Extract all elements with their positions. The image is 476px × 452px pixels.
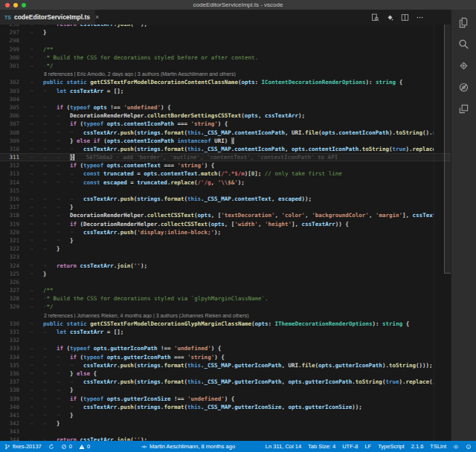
- codelens-row[interactable]: 2 references | Johannes Rieken, 4 months…: [0, 311, 451, 320]
- code-line[interactable]: 305→→if (typeof opts !== 'undefined') {: [0, 103, 451, 112]
- status-encoding[interactable]: UTF-8: [342, 443, 358, 450]
- code-line[interactable]: 315: [0, 187, 451, 195]
- code-token: * Build the CSS for decorations styled v…: [47, 295, 268, 302]
- code-line[interactable]: 318→→→DecorationRenderHelper.collectCSST…: [0, 211, 451, 219]
- code-token: (: [77, 396, 83, 402]
- whitespace-tab-arrow: →: [43, 421, 57, 427]
- code-line[interactable]: 307→→→if (typeof opts.contentIconPath ==…: [0, 120, 451, 128]
- whitespace-tab-arrow: →: [57, 138, 70, 143]
- code-line[interactable]: 335→→→→cssTextArr.push(strings.format(th…: [0, 361, 451, 369]
- code-token: _CSS_MAP: [205, 404, 231, 410]
- code-token: format: [164, 146, 184, 152]
- code-line[interactable]: 325→}: [0, 270, 451, 278]
- whitespace-tab-arrow: →: [30, 80, 43, 85]
- code-line[interactable]: 299→/**: [0, 45, 451, 54]
- open-preview-icon[interactable]: [371, 13, 379, 22]
- code-editor[interactable]: 296→→return cssTextArr.join('');297→}298…: [0, 25, 451, 441]
- status-eol[interactable]: LF: [364, 443, 371, 450]
- activity-extensions-icon[interactable]: [451, 98, 476, 120]
- code-line[interactable]: 317→→→}: [0, 203, 451, 211]
- gitlens-icon[interactable]: [386, 13, 394, 22]
- code-line[interactable]: 332: [0, 336, 451, 344]
- status-gitlens-blame[interactable]: Martin Aeschlimann, 8 months ago: [141, 443, 235, 450]
- code-line[interactable]: 320→→→→cssTextArr.push('display:inline-b…: [0, 228, 451, 236]
- code-line[interactable]: 300→·* Build the CSS for decorations sty…: [0, 54, 451, 62]
- status-language-mode[interactable]: TypeScript: [378, 443, 404, 450]
- code-line[interactable]: 319→→→if (DecorationRenderHelper.collect…: [0, 220, 451, 228]
- code-line[interactable]: 313→→→→const truncated = opts.contentTex…: [0, 170, 451, 178]
- code-line[interactable]: 306→→→DecorationRenderHelper.collectBord…: [0, 112, 451, 120]
- code-line[interactable]: 302→public static getCSSTextForModelDeco…: [0, 78, 451, 86]
- code-line[interactable]: 328→·* Build the CSS for decorations sty…: [0, 294, 451, 303]
- code-line[interactable]: 324→→return cssTextArr.join('');: [0, 261, 451, 269]
- code-line[interactable]: 327→/**: [0, 286, 451, 294]
- status-errors[interactable]: 0: [61, 443, 72, 450]
- code-token: this: [187, 196, 201, 202]
- code-token: opts: [241, 79, 254, 85]
- status-cursor-position[interactable]: Ln 311, Col 14: [266, 443, 301, 450]
- code-token: join: [117, 262, 130, 269]
- code-token: IContentDecorationRenderOptions: [262, 79, 366, 85]
- code-token: , [: [225, 221, 235, 227]
- code-line[interactable]: 303→→let cssTextArr = [];: [0, 87, 451, 95]
- code-line[interactable]: 311→→→}5075b0a2 · add 'border', 'outline…: [0, 153, 451, 161]
- close-tab-icon[interactable]: ×: [95, 13, 99, 21]
- code-line[interactable]: 301→·*/: [0, 62, 451, 70]
- code-line[interactable]: 336→→→} else {: [0, 369, 451, 378]
- code-token: 'margin': [376, 212, 402, 219]
- code-line[interactable]: 342→→}: [0, 419, 451, 427]
- tab-codeEditorServiceImpl[interactable]: TS codeEditorServiceImpl.ts ×: [0, 10, 95, 25]
- code-token: _CSS_MAP: [205, 362, 231, 369]
- activity-source-control-icon[interactable]: [451, 55, 476, 77]
- status-toggle-annotations[interactable]: [453, 444, 459, 450]
- code-line[interactable]: 322→→}: [0, 245, 451, 253]
- status-sync[interactable]: [48, 444, 54, 450]
- code-line[interactable]: 304: [0, 95, 451, 103]
- code-line[interactable]: 333→→if (typeof opts.gutterIconPath !== …: [0, 344, 451, 352]
- split-editor-icon[interactable]: [401, 13, 409, 22]
- code-line[interactable]: 331→→let cssTextArr = [];: [0, 328, 451, 336]
- code-line[interactable]: 330→public static getCSSTextForModelDeco…: [0, 320, 451, 328]
- code-line[interactable]: 334→→→if (typeof opts.gutterIconPath ===…: [0, 353, 451, 361]
- status-tslint[interactable]: TSLint: [430, 443, 446, 450]
- editor-scrollbar[interactable]: [444, 25, 451, 274]
- code-line[interactable]: 316→→→→cssTextArr.push(strings.format(th…: [0, 195, 451, 203]
- code-token: contentIconPath: [234, 129, 285, 136]
- activity-debug-icon[interactable]: [451, 77, 476, 98]
- code-line[interactable]: 312→→→if (typeof opts.contentText === 's…: [0, 161, 451, 170]
- code-line[interactable]: 326: [0, 278, 451, 286]
- code-line[interactable]: 341→→→}: [0, 411, 451, 419]
- whitespace-tab-arrow: →: [30, 246, 43, 252]
- code-line[interactable]: 308→→→→cssTextArr.push(strings.format(th…: [0, 128, 451, 136]
- code-line[interactable]: 298: [0, 36, 451, 45]
- code-line[interactable]: 329→·*/: [0, 303, 451, 311]
- code-line[interactable]: 323: [0, 253, 451, 261]
- code-line[interactable]: 337→→→→cssTextArr.push(strings.format(th…: [0, 378, 451, 386]
- status-indentation[interactable]: Tab Size: 4: [308, 443, 335, 450]
- code-line[interactable]: 338→→→}: [0, 386, 451, 394]
- code-line[interactable]: 343: [0, 427, 451, 436]
- code-token: this: [187, 146, 201, 152]
- whitespace-tab-arrow: →: [57, 129, 70, 135]
- more-actions-icon[interactable]: [416, 13, 424, 22]
- code-line-content: →→→if (typeof opts.contentText === 'stri…: [30, 162, 434, 169]
- code-line[interactable]: 344→→return cssTextArr.join('');: [0, 436, 451, 441]
- status-ts-version[interactable]: 2.1.6: [411, 443, 424, 450]
- code-line[interactable]: 310→→→→cssTextArr.push(strings.format(th…: [0, 145, 451, 153]
- activity-explorer-icon[interactable]: [451, 12, 476, 33]
- code-token: ===: [174, 120, 191, 127]
- code-line[interactable]: 321→→→}: [0, 236, 451, 245]
- code-line[interactable]: 314→→→→const escaped = truncated.replace…: [0, 178, 451, 187]
- code-line[interactable]: 339→→→if (typeof opts.gutterIconSize !==…: [0, 394, 451, 402]
- status-feedback[interactable]: [466, 444, 472, 450]
- line-number: 339: [0, 396, 19, 402]
- status-warnings[interactable]: 0: [79, 443, 90, 450]
- code-line[interactable]: 340→→→→cssTextArr.push(strings.format(th…: [0, 403, 451, 411]
- code-line[interactable]: 309→→→} else if (opts.contentIconPath in…: [0, 137, 451, 145]
- codelens-row[interactable]: 8 references | Eric Amodio, 2 days ago |…: [0, 70, 451, 78]
- code-line[interactable]: 297→}: [0, 28, 451, 36]
- code-rows: 296→→return cssTextArr.join('');297→}298…: [0, 25, 451, 441]
- status-git-branch[interactable]: fixes-20137: [4, 443, 42, 450]
- tab-bar: TS codeEditorServiceImpl.ts ×: [0, 10, 451, 25]
- activity-search-icon[interactable]: [451, 33, 476, 55]
